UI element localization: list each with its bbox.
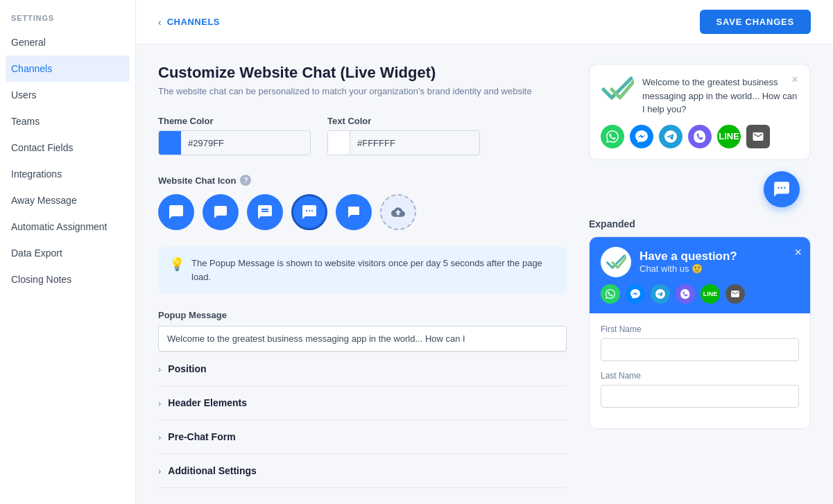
chevron-right-icon-4: › xyxy=(158,466,161,476)
chevron-right-icon-3: › xyxy=(158,432,161,442)
chat-icon-alt[interactable] xyxy=(336,194,372,230)
settings-title: SETTINGS xyxy=(0,0,135,29)
popup-message-label: Popup Message xyxy=(158,310,567,320)
theme-color-field: Theme Color #2979FF xyxy=(158,116,311,155)
sidebar-item-users[interactable]: Users xyxy=(0,82,135,108)
chat-icon-square-bubble[interactable] xyxy=(203,194,239,230)
sidebar-item-contact-fields[interactable]: Contact Fields xyxy=(0,134,135,161)
chat-icon-speech-bubble[interactable] xyxy=(158,194,194,230)
first-name-label: First Name xyxy=(601,324,799,334)
chat-icon-dots-bubble[interactable] xyxy=(247,194,283,230)
sidebar-item-away-message[interactable]: Away Message xyxy=(0,187,135,214)
color-section: Theme Color #2979FF Text Color #FFFFFF xyxy=(158,116,567,155)
page-header: ‹ CHANNELS SAVE CHANGES xyxy=(136,0,833,44)
save-changes-button[interactable]: SAVE CHANGES xyxy=(700,10,811,34)
theme-color-input-wrap[interactable]: #2979FF xyxy=(158,130,311,155)
preview-float-area xyxy=(589,171,811,207)
theme-color-label: Theme Color xyxy=(158,116,311,126)
sidebar: SETTINGS General Channels Users Teams Co… xyxy=(0,0,136,504)
last-name-input[interactable] xyxy=(601,385,799,408)
sidebar-item-channels[interactable]: Channels xyxy=(6,55,130,82)
expanded-widget-subtitle: Chat with us 🙂 xyxy=(639,263,737,274)
chat-float-button[interactable] xyxy=(764,171,800,207)
upload-custom-icon-button[interactable] xyxy=(380,194,416,230)
email-icon-collapsed[interactable] xyxy=(746,125,770,148)
sidebar-item-automatic-assignment[interactable]: Automatic Assignment xyxy=(0,214,135,240)
telegram-icon[interactable] xyxy=(659,125,682,148)
breadcrumb: ‹ CHANNELS xyxy=(158,17,220,28)
viber-icon[interactable] xyxy=(688,125,712,148)
expanded-widget-title: Have a question? xyxy=(639,250,737,263)
accordion-position[interactable]: › Position xyxy=(158,351,567,385)
sidebar-item-integrations[interactable]: Integrations xyxy=(0,161,135,187)
sidebar-item-general[interactable]: General xyxy=(0,29,135,55)
popup-message-input[interactable] xyxy=(158,326,567,351)
page-title: Customize Website Chat (Live Widget) xyxy=(158,64,567,82)
preview-close-button[interactable]: × xyxy=(788,73,802,87)
expanded-avatar xyxy=(601,247,631,277)
exp-viber-icon[interactable] xyxy=(676,284,695,304)
accordion-header-elements-label: Header Elements xyxy=(168,397,247,408)
preview-panel: × Welcome to the greatest business messa… xyxy=(589,64,811,485)
expanded-title-area: Have a question? Chat with us 🙂 xyxy=(639,250,737,274)
accordion-pre-chat-form[interactable]: › Pre-Chat Form xyxy=(158,419,567,453)
sidebar-item-closing-notes[interactable]: Closing Notes xyxy=(0,266,135,293)
expanded-label: Expanded xyxy=(589,218,811,229)
preview-expanded-widget: Have a question? Chat with us 🙂 × xyxy=(589,236,811,429)
preview-header-row: Welcome to the greatest business messagi… xyxy=(601,76,799,116)
text-color-label: Text Color xyxy=(327,116,480,126)
page-content: Customize Website Chat (Live Widget) The… xyxy=(136,44,833,504)
accordion-section: › Position › Header Elements › Pre-Chat … xyxy=(158,351,567,488)
chevron-right-icon: › xyxy=(158,364,161,374)
website-chat-icon-label: Website Chat Icon ? xyxy=(158,175,567,186)
expanded-header-top: Have a question? Chat with us 🙂 xyxy=(601,247,799,277)
back-chevron-icon[interactable]: ‹ xyxy=(158,17,162,28)
accordion-additional-settings[interactable]: › Additional Settings xyxy=(158,453,567,488)
expanded-channel-icons: LINE xyxy=(601,284,799,304)
main-area: ‹ CHANNELS SAVE CHANGES Customize Websit… xyxy=(136,0,833,504)
accordion-pre-chat-form-label: Pre-Chat Form xyxy=(168,431,235,442)
help-icon[interactable]: ? xyxy=(240,175,251,186)
pre-chat-form-preview: First Name Last Name xyxy=(590,313,810,428)
theme-color-value: #2979FF xyxy=(181,138,310,148)
chat-icon-options xyxy=(158,194,567,230)
breadcrumb-channels-link[interactable]: CHANNELS xyxy=(167,17,220,27)
exp-telegram-icon[interactable] xyxy=(651,284,670,304)
preview-collapsed-message: Welcome to the greatest business messagi… xyxy=(642,76,799,116)
expanded-header: Have a question? Chat with us 🙂 × xyxy=(590,237,810,313)
info-text: The Popup Message is shown to website vi… xyxy=(191,257,556,284)
page-subtitle: The website chat can be personalized to … xyxy=(158,86,567,96)
expanded-close-button[interactable]: × xyxy=(794,245,802,260)
theme-color-swatch xyxy=(159,131,181,155)
accordion-position-label: Position xyxy=(168,363,206,374)
exp-messenger-icon[interactable] xyxy=(626,284,645,304)
text-color-input-wrap[interactable]: #FFFFFF xyxy=(327,130,480,155)
settings-form: Customize Website Chat (Live Widget) The… xyxy=(158,64,567,485)
text-color-swatch xyxy=(328,131,350,155)
info-bulb-icon: 💡 xyxy=(169,257,184,284)
first-name-input[interactable] xyxy=(601,338,799,361)
messenger-icon[interactable] xyxy=(630,125,653,148)
sidebar-item-teams[interactable]: Teams xyxy=(0,108,135,134)
preview-collapsed-widget: × Welcome to the greatest business messa… xyxy=(589,64,811,160)
exp-whatsapp-icon[interactable] xyxy=(601,284,620,304)
text-color-field: Text Color #FFFFFF xyxy=(327,116,480,155)
exp-email-icon[interactable] xyxy=(725,284,745,304)
info-box: 💡 The Popup Message is shown to website … xyxy=(158,247,567,293)
accordion-header-elements[interactable]: › Header Elements xyxy=(158,385,567,419)
accordion-additional-settings-label: Additional Settings xyxy=(168,465,257,476)
exp-line-icon[interactable]: LINE xyxy=(701,284,720,304)
last-name-label: Last Name xyxy=(601,371,799,381)
preview-logo xyxy=(601,76,634,102)
chat-icon-selected[interactable] xyxy=(291,194,327,230)
line-icon[interactable]: LINE xyxy=(717,125,741,148)
whatsapp-icon[interactable] xyxy=(601,125,624,148)
channel-icons-collapsed: LINE xyxy=(601,125,799,148)
chevron-right-icon-2: › xyxy=(158,398,161,408)
text-color-value: #FFFFFF xyxy=(350,138,479,148)
sidebar-item-data-export[interactable]: Data Export xyxy=(0,240,135,266)
